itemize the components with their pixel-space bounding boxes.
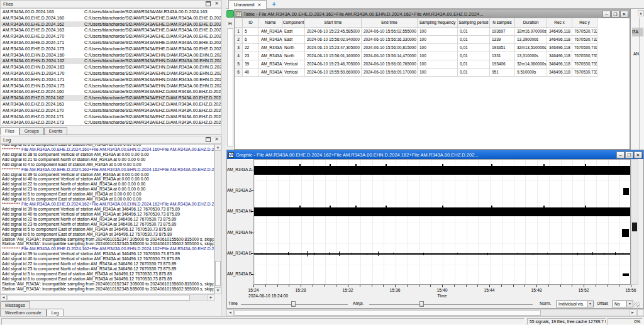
file-row[interactable]: AM.R343A.00.EHN.D.2024.163C:/Users/blanc… [1, 64, 221, 70]
vertical-splitter[interactable] [221, 0, 226, 316]
table-row[interactable]: 423AM_R343ANorth2024-06-10 15:56:01,1600… [235, 52, 630, 60]
norm-value: Individual vis. [558, 302, 584, 306]
column-header[interactable]: Duration [515, 18, 547, 28]
graphic-window-titlebar[interactable]: Graphic - File AM.R343A.00.EHE.D.2024.16… [227, 150, 643, 159]
column-header[interactable]: Name [259, 18, 282, 28]
ampl-slider[interactable] [369, 304, 533, 305]
run-button[interactable] [226, 10, 234, 18]
file-row[interactable]: AM.R343A.00.EHN.D.2024.170C:/Users/blanc… [1, 70, 221, 77]
file-row[interactable]: AM.R343A.00.EHZ.D.2024.163C:/Users/blanc… [1, 101, 221, 107]
close-icon[interactable]: ✕ [634, 151, 642, 158]
close-panel-icon[interactable]: ✕ [214, 137, 219, 142]
column-header[interactable]: Sampling frequency [418, 18, 458, 28]
scroll-down-icon[interactable]: ▼ [214, 287, 221, 294]
float-panel-icon[interactable] [206, 1, 211, 6]
waveform-spike [262, 253, 262, 255]
waveform-spike [502, 253, 503, 255]
minimize-icon[interactable]: – [616, 151, 625, 158]
waveform-spike [314, 253, 315, 255]
minimize-icon[interactable]: – [602, 11, 611, 18]
file-row[interactable]: AM.R343A.00.EHN.D.2024.162C:/Users/blanc… [1, 58, 221, 64]
file-row[interactable]: AM.R343A.00.EHE.D.2024.163C:/Users/blanc… [1, 27, 221, 33]
time-slider-handle[interactable] [291, 301, 296, 307]
file-row[interactable]: AM.R343A.00.EHE.D.2024.162C:/Users/blanc… [1, 21, 221, 28]
tab-events[interactable]: Events [44, 127, 67, 135]
column-header[interactable]: End time [362, 18, 418, 28]
file-path: C:/Users/blancharde/St2/AM/R343A/EHZ.D/A… [84, 114, 221, 120]
column-header[interactable]: N samples [490, 18, 515, 28]
file-row[interactable]: AM.R343A.00.EHZ.D.2024.170C:/Users/blanc… [1, 107, 221, 114]
scroll-right-icon[interactable]: ► [629, 309, 636, 316]
document-tab-unnamed[interactable]: Unnamed ✕ [228, 0, 267, 9]
file-row[interactable]: AM.R343A.00.EHZ.D.2024.173C:/Users/blanc… [1, 119, 221, 126]
waveform-spike [352, 253, 352, 255]
scroll-right-icon[interactable]: ► [208, 294, 214, 301]
tab-groups[interactable]: Groups [19, 127, 44, 135]
norm-select[interactable]: Individual vis. ▼ [556, 300, 594, 307]
table-cell: North [282, 44, 305, 52]
file-row[interactable]: AM.R343A.00.EHN.D.2024.171C:/Users/blanc… [1, 77, 221, 83]
close-panel-icon[interactable]: ✕ [214, 1, 219, 6]
column-header[interactable]: Component [282, 18, 305, 28]
log-line: Add signal id 5 to component East of sta… [2, 272, 214, 277]
column-header[interactable]: Rec y [572, 18, 597, 28]
waveform-bump [543, 164, 545, 166]
waveform-spike [533, 253, 533, 255]
resize-grip[interactable] [634, 302, 640, 307]
table-cell: AM_R343A [259, 28, 282, 36]
scroll-up-icon[interactable]: ▲ [214, 144, 221, 151]
column-header[interactable]: Start time [305, 18, 362, 28]
table-row[interactable]: 640AM_R343AVertical2024-06-10 15:55:59,6… [235, 69, 630, 77]
log-panel-header: Log ✕ [0, 136, 221, 144]
offset-select[interactable]: No ▼ [612, 300, 633, 307]
close-tab-icon[interactable]: ✕ [258, 3, 262, 8]
file-row[interactable]: AM.R343A.00.EHE.D.2024.173C:/Users/blanc… [1, 46, 221, 52]
row-number: 4 [235, 52, 243, 60]
x-axis-minor-tick [419, 285, 419, 287]
file-name: AM.R343A.00.EHZ.D.2024.173 [1, 119, 84, 126]
file-row[interactable]: AM.R343A.00.EHZ.D.2024.171C:/Users/blanc… [1, 114, 221, 120]
column-header[interactable]: Sampling period [458, 18, 490, 28]
file-row[interactable]: AM.R343A.00.EHN.D.2024.173C:/Users/blanc… [1, 83, 221, 89]
add-tab-button[interactable]: + [267, 0, 280, 8]
float-panel-icon[interactable] [206, 137, 211, 142]
file-row[interactable]: AM.R343A.00.EHE.D.2024.160C:/Users/blanc… [1, 15, 221, 21]
segment-blob [622, 229, 629, 237]
tab-messages[interactable]: Messages [0, 301, 30, 309]
close-icon[interactable]: ✕ [620, 11, 628, 18]
waveform-spike [288, 252, 289, 255]
maximize-icon[interactable]: ❐ [611, 11, 619, 18]
column-header[interactable]: ID [243, 18, 259, 28]
log-vscroll-thumb[interactable] [215, 261, 221, 286]
file-row[interactable]: AM.R343A.00.EHE.D.2024.170C:/Users/blanc… [1, 33, 221, 40]
table-row[interactable]: 26AM_R343AEast2024-06-10 15:56:02,940000… [235, 36, 630, 44]
file-name: AM.R343A.00.EHN.D.2024.173 [1, 83, 84, 89]
column-header[interactable]: Rec x [547, 18, 572, 28]
waveform-plot[interactable] [253, 159, 631, 285]
row-number: 5 [235, 60, 243, 69]
tab-files[interactable]: Files [0, 127, 19, 135]
mdi-hscroll-thumb[interactable] [235, 310, 541, 316]
file-row[interactable]: AM.R343A.00.EHZ.D.2024.162C:/Users/blanc… [1, 95, 221, 101]
table-row[interactable]: 15AM_R343AEast2024-06-10 15:23:45,585000… [235, 28, 630, 36]
file-row[interactable]: AM.R343A.00.EHN.D.2024.160C:/Users/blanc… [1, 52, 221, 58]
scroll-up-icon[interactable]: ▲ [638, 10, 644, 16]
table-cell: AM_R343A [259, 52, 282, 60]
maximize-icon[interactable]: ❐ [625, 151, 633, 158]
log-line: Add signal id 5 to component East of sta… [2, 227, 214, 232]
table-row[interactable]: 539AM_R343AVertical2024-06-10 15:23:46,7… [235, 60, 630, 69]
plot-vscroll-thumb[interactable] [632, 223, 637, 231]
scroll-left-icon[interactable]: ◄ [226, 309, 234, 316]
log-hscroll-thumb[interactable] [8, 295, 190, 300]
x-axis-minor-tick [360, 285, 360, 287]
scroll-left-icon[interactable]: ◄ [0, 294, 7, 301]
x-axis-minor-tick [442, 285, 443, 287]
plot-vscrollbar[interactable] [631, 159, 638, 285]
file-row[interactable]: AM.R343A.00.EHZ.D.2024.160C:/Users/blanc… [1, 89, 221, 95]
tab-waveform-console[interactable]: Waveform console [0, 309, 47, 316]
file-row[interactable]: AM.R343A.00.D.2024.163C:/Users/blanchard… [1, 9, 221, 15]
table-row[interactable]: 322AM_R343ANorth2024-06-10 15:23:47,3050… [235, 44, 630, 52]
file-row[interactable]: AM.R343A.00.EHE.D.2024.171C:/Users/blanc… [1, 40, 221, 46]
table-window-titlebar[interactable]: Table - File AM.R343A.00.EHE.D.2024.162+… [235, 9, 630, 18]
ampl-slider-handle[interactable] [419, 301, 424, 307]
